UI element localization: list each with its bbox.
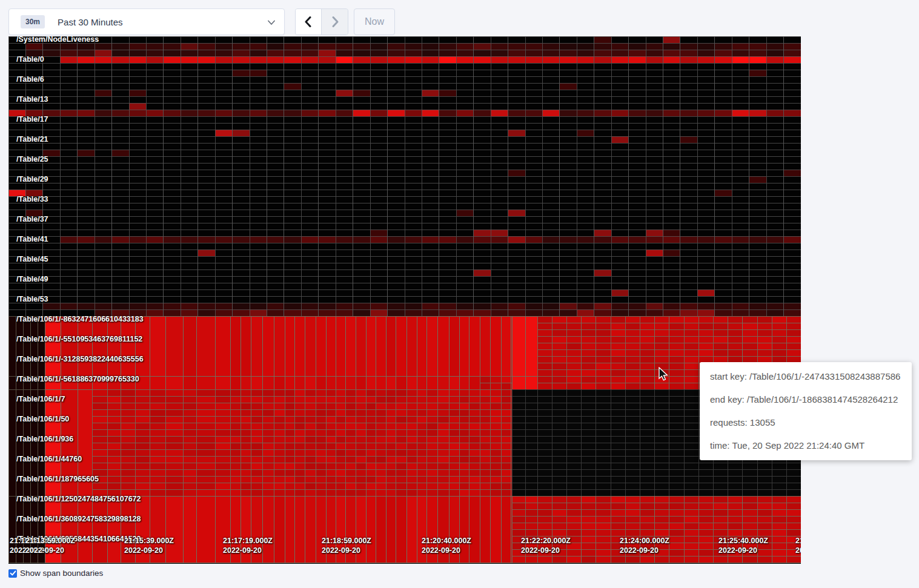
- show-span-boundaries-label: Show span boundaries: [20, 569, 103, 578]
- check-icon: [10, 570, 16, 576]
- time-nav-group: [295, 8, 348, 35]
- duration-label: Past 30 Minutes: [58, 17, 123, 27]
- chevron-right-icon: [330, 16, 340, 28]
- show-span-boundaries-checkbox[interactable]: [8, 569, 17, 578]
- now-button[interactable]: Now: [354, 8, 395, 35]
- footer: Show span boundaries: [8, 569, 103, 578]
- prev-time-button[interactable]: [296, 9, 322, 35]
- chevron-down-icon: [267, 18, 276, 29]
- key-visualizer-heatmap[interactable]: /System/NodeLiveness/Table/0/Table/6/Tab…: [8, 36, 801, 564]
- cell-tooltip: start key: /Table/106/1/-247433150824388…: [700, 362, 912, 460]
- duration-badge: 30m: [21, 15, 45, 28]
- toolbar: 30m Past 30 Minutes Now: [0, 0, 919, 36]
- time-window-dropdown[interactable]: 30m Past 30 Minutes: [8, 8, 285, 35]
- chevron-left-icon: [304, 16, 313, 28]
- tooltip-time: time: Tue, 20 Sep 2022 21:24:40 GMT: [710, 440, 912, 451]
- next-time-button[interactable]: [322, 9, 348, 35]
- heatmap-canvas[interactable]: [8, 36, 801, 564]
- tooltip-end-key: end key: /Table/106/1/-18683814745282642…: [710, 394, 912, 405]
- tooltip-start-key: start key: /Table/106/1/-247433150824388…: [710, 371, 912, 382]
- tooltip-requests: requests: 13055: [710, 417, 912, 428]
